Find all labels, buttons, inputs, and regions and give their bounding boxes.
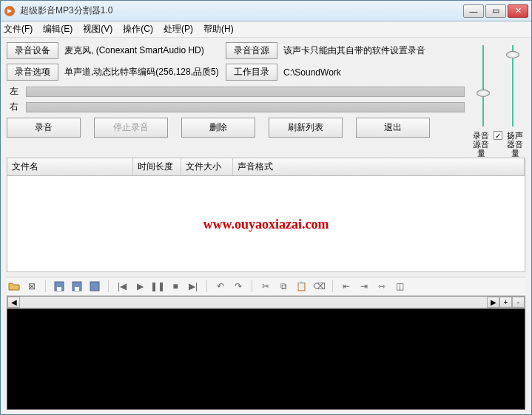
spk-vol-label: 扬声器音量	[505, 131, 525, 158]
right-channel-label: 右	[7, 101, 21, 113]
clear-icon[interactable]: ⌫	[313, 280, 325, 292]
maximize-button[interactable]: ▭	[485, 4, 506, 18]
app-window: 超级影音MP3分割器1.0 — ▭ ✕ 文件(F) 编辑(E) 视图(V) 操作…	[0, 0, 532, 415]
col-filename[interactable]: 文件名	[7, 158, 133, 175]
svg-rect-5	[90, 282, 99, 291]
delete-button[interactable]: 删除	[181, 118, 255, 138]
menu-operate[interactable]: 操作(C)	[123, 23, 153, 36]
undo-icon[interactable]: ↶	[215, 280, 226, 292]
stop-icon[interactable]: ■	[169, 280, 181, 292]
pause-icon[interactable]: ❚❚	[152, 280, 164, 292]
source-note: 该声卡只能由其自带的软件设置录音	[283, 44, 425, 57]
titlebar: 超级影音MP3分割器1.0 — ▭ ✕	[1, 1, 531, 21]
close-file-icon[interactable]: ⊠	[26, 280, 38, 292]
save-as-icon[interactable]	[71, 280, 83, 292]
save-icon[interactable]	[53, 280, 65, 292]
select-all-icon[interactable]: ⇿	[376, 280, 388, 292]
rec-vol-label: 录音源音量	[471, 131, 491, 158]
menubar: 文件(F) 编辑(E) 视图(V) 操作(C) 处理(P) 帮助(H)	[1, 21, 531, 38]
zoom-in-button[interactable]: +	[499, 297, 512, 308]
play-icon[interactable]: ▶	[134, 280, 146, 292]
list-header: 文件名 时间长度 文件大小 声音格式	[7, 158, 525, 176]
record-button[interactable]: 录音	[7, 118, 81, 138]
speaker-volume-slider[interactable]	[502, 45, 524, 126]
app-icon	[4, 5, 16, 17]
skip-end-icon[interactable]: ▶|	[187, 280, 199, 292]
speaker-vol-checkbox[interactable]: ✓	[494, 131, 502, 140]
window-title: 超级影音MP3分割器1.0	[20, 4, 463, 17]
options-value: 单声道,动态比特率编码(256,128,品质5)	[64, 66, 220, 78]
paste-icon[interactable]: 📋	[295, 280, 307, 292]
menu-edit[interactable]: 编辑(E)	[43, 23, 73, 36]
minimize-button[interactable]: —	[463, 4, 484, 18]
svg-rect-2	[57, 287, 61, 291]
zoom-out-button[interactable]: -	[512, 297, 525, 308]
refresh-button[interactable]: 刷新列表	[269, 118, 343, 138]
volume-sliders: 录音源音量 ✓ 扬声器音量	[471, 42, 525, 158]
watermark: www.ouyaoxiazai.com	[203, 216, 329, 232]
crop-icon[interactable]: ◫	[394, 280, 405, 292]
save-all-icon[interactable]	[89, 280, 101, 292]
menu-process[interactable]: 处理(P)	[164, 23, 193, 36]
redo-icon[interactable]: ↷	[232, 280, 244, 292]
player-toolbar: ⊠ |◀ ▶ ❚❚ ■ ▶| ↶ ↷ ✂ ⧉ 📋 ⌫ ⇤ ⇥ ⇿ ◫	[7, 277, 525, 296]
scroll-track[interactable]	[20, 297, 487, 308]
rec-options-button[interactable]: 录音选项	[7, 64, 58, 81]
mark-in-icon[interactable]: ⇤	[340, 280, 352, 292]
file-list[interactable]: www.ouyaoxiazai.com	[7, 176, 525, 272]
content-area: 录音设备 麦克风, (Conexant SmartAudio HD) 录音音源 …	[1, 38, 531, 414]
close-button[interactable]: ✕	[508, 4, 528, 18]
cut-icon[interactable]: ✂	[260, 280, 272, 292]
rec-volume-slider[interactable]	[472, 45, 494, 126]
svg-rect-4	[75, 287, 79, 291]
preview-area[interactable]	[7, 308, 525, 410]
menu-file[interactable]: 文件(F)	[4, 23, 33, 36]
left-level-bar	[26, 87, 465, 97]
skip-start-icon[interactable]: |◀	[116, 280, 128, 292]
work-dir-button[interactable]: 工作目录	[226, 64, 277, 81]
menu-help[interactable]: 帮助(H)	[203, 23, 234, 36]
workdir-value: C:\SoundWork	[283, 67, 341, 78]
left-channel-label: 左	[7, 85, 21, 98]
scroll-left-button[interactable]: ◀	[7, 297, 20, 308]
rec-device-button[interactable]: 录音设备	[7, 42, 58, 59]
timeline-scrollbar: ◀ ▶ + -	[7, 296, 525, 308]
exit-button[interactable]: 退出	[356, 118, 430, 138]
copy-icon[interactable]: ⧉	[277, 280, 289, 292]
col-duration[interactable]: 时间长度	[133, 158, 181, 175]
col-filesize[interactable]: 文件大小	[181, 158, 233, 175]
mark-out-icon[interactable]: ⇥	[358, 280, 370, 292]
rec-source-button[interactable]: 录音音源	[226, 42, 277, 59]
stop-record-button[interactable]: 停止录音	[94, 118, 168, 138]
open-icon[interactable]	[8, 280, 20, 292]
scroll-right-button[interactable]: ▶	[487, 297, 499, 308]
col-format[interactable]: 声音格式	[233, 158, 525, 175]
menu-view[interactable]: 视图(V)	[83, 23, 112, 36]
device-value: 麦克风, (Conexant SmartAudio HD)	[64, 44, 220, 57]
right-level-bar	[26, 102, 465, 112]
window-controls: — ▭ ✕	[463, 4, 528, 18]
